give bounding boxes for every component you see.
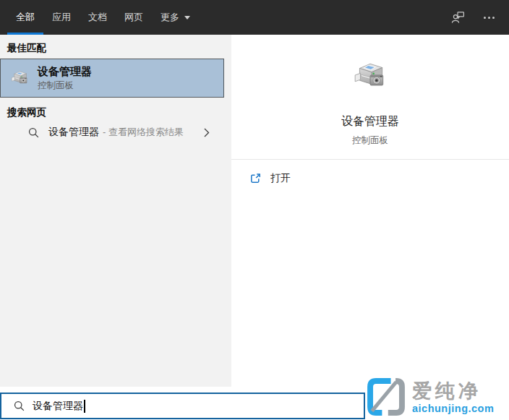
more-options-button[interactable]: [479, 7, 499, 27]
feedback-button[interactable]: [448, 7, 469, 27]
tab-apps-label: 应用: [52, 11, 71, 24]
web-search-header: 搜索网页: [7, 106, 46, 119]
search-input[interactable]: 设备管理器: [0, 393, 365, 419]
results-panel: 最佳匹配: [0, 35, 231, 387]
tab-documents-label: 文档: [88, 11, 107, 24]
search-icon: [13, 400, 25, 412]
tab-web-label: 网页: [124, 11, 143, 24]
expand-suggestion-button[interactable]: [204, 128, 210, 137]
open-action-label: 打开: [270, 172, 291, 185]
preview-hero: 设备管理器 控制面板: [231, 35, 509, 147]
device-manager-icon-large: [352, 59, 388, 95]
preview-panel: 设备管理器 控制面板 打开: [231, 35, 509, 420]
best-match-item-device-manager[interactable]: 设备管理器 控制面板: [0, 59, 224, 98]
watermark: 爱纯净 aichunjing.com: [366, 377, 494, 417]
tab-all[interactable]: 全部: [7, 0, 43, 35]
best-match-subtitle: 控制面板: [38, 80, 92, 92]
topbar-actions: [448, 0, 509, 35]
device-manager-icon: [10, 69, 30, 88]
feedback-icon: [451, 10, 466, 25]
tab-more-label: 更多: [161, 11, 179, 24]
tab-web[interactable]: 网页: [116, 0, 152, 35]
topbar: 全部 应用 文档 网页 更多: [0, 0, 509, 35]
web-suggestion-row[interactable]: 设备管理器 - 查看网络搜索结果: [0, 121, 231, 143]
watermark-brand: 爱纯净: [412, 380, 494, 402]
caret-down-icon: [184, 16, 190, 20]
tab-more[interactable]: 更多: [152, 0, 199, 35]
tab-documents[interactable]: 文档: [80, 0, 116, 35]
filter-tabs: 全部 应用 文档 网页 更多: [0, 0, 199, 35]
search-flyout: 全部 应用 文档 网页 更多 最佳匹配: [0, 0, 509, 420]
open-external-icon: [249, 173, 261, 184]
search-icon: [27, 127, 40, 139]
chevron-right-icon: [204, 128, 210, 137]
tab-all-label: 全部: [16, 11, 35, 24]
divider: [231, 159, 509, 160]
web-suggestion-hint: - 查看网络搜索结果: [103, 126, 184, 139]
best-match-title: 设备管理器: [38, 65, 92, 77]
watermark-text: 爱纯净 aichunjing.com: [412, 380, 494, 414]
tab-apps[interactable]: 应用: [43, 0, 80, 35]
search-input-value: 设备管理器: [33, 400, 83, 413]
open-action-row[interactable]: 打开: [231, 165, 509, 192]
watermark-domain: aichunjing.com: [412, 403, 494, 414]
preview-subtitle: 控制面板: [231, 134, 509, 147]
best-match-text: 设备管理器 控制面板: [38, 65, 92, 92]
best-match-header: 最佳匹配: [7, 42, 231, 55]
preview-title: 设备管理器: [231, 114, 509, 129]
aichunjing-logo-icon: [366, 377, 406, 417]
ellipsis-icon: [484, 17, 495, 19]
text-cursor: [84, 400, 85, 413]
web-suggestion-query: 设备管理器: [48, 126, 99, 139]
